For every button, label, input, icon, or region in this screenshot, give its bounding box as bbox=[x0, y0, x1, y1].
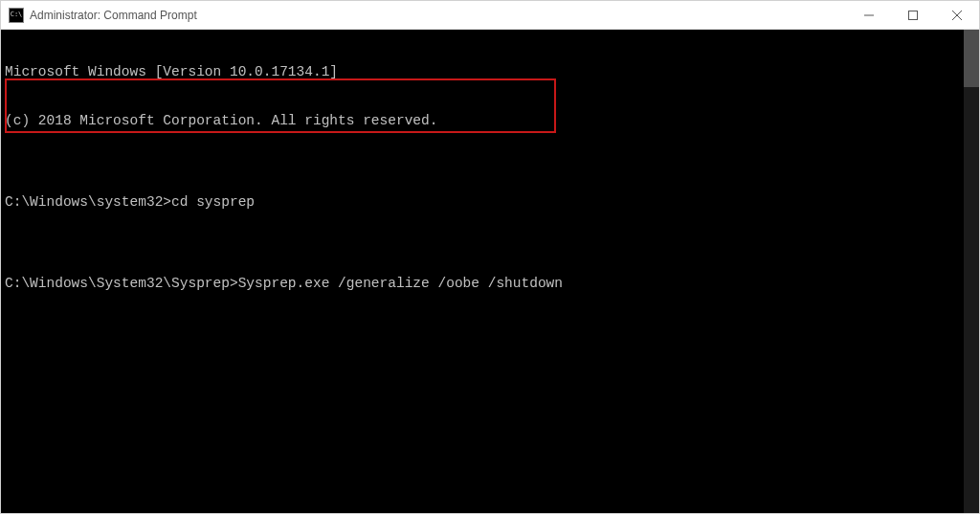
terminal-line: C:\Windows\System32\Sysprep>Sysprep.exe … bbox=[5, 276, 975, 292]
window-controls bbox=[847, 1, 979, 29]
scrollbar-thumb[interactable] bbox=[964, 30, 979, 87]
terminal-area[interactable]: Microsoft Windows [Version 10.0.17134.1]… bbox=[1, 30, 979, 513]
terminal-line: Microsoft Windows [Version 10.0.17134.1] bbox=[5, 64, 975, 80]
close-button[interactable] bbox=[935, 1, 979, 29]
app-icon-glyph: C:\ bbox=[11, 11, 23, 18]
minimize-button[interactable] bbox=[847, 1, 891, 29]
minimize-icon bbox=[864, 11, 874, 20]
window-title: Administrator: Command Prompt bbox=[30, 9, 847, 22]
scrollbar-track[interactable] bbox=[964, 30, 979, 513]
app-icon: C:\ bbox=[9, 8, 24, 23]
titlebar[interactable]: C:\ Administrator: Command Prompt bbox=[1, 1, 979, 30]
maximize-button[interactable] bbox=[891, 1, 935, 29]
terminal-content: Microsoft Windows [Version 10.0.17134.1]… bbox=[1, 30, 979, 326]
svg-rect-1 bbox=[909, 11, 918, 19]
command-prompt-window: C:\ Administrator: Command Prompt Micros… bbox=[0, 0, 980, 514]
terminal-line: (c) 2018 Microsoft Corporation. All righ… bbox=[5, 113, 975, 129]
terminal-line: C:\Windows\system32>cd sysprep bbox=[5, 194, 975, 211]
maximize-icon bbox=[908, 11, 918, 20]
close-icon bbox=[952, 11, 962, 20]
